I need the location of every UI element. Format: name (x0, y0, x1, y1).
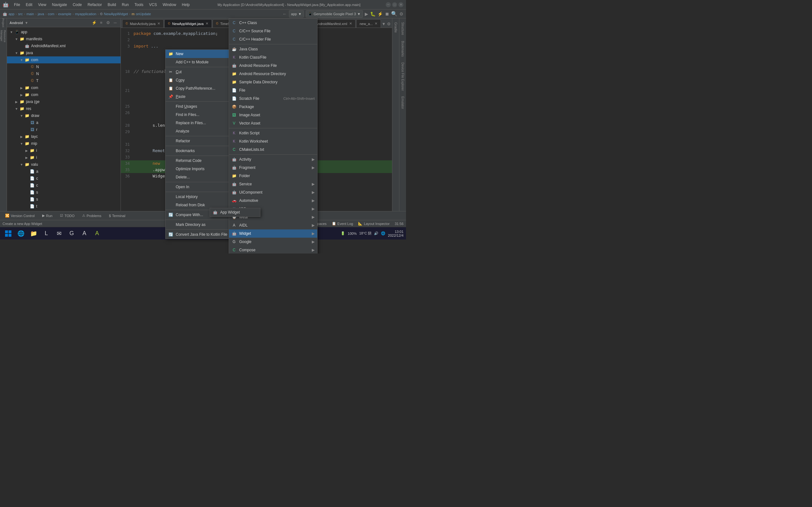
tree-item-valu-s1[interactable]: 📄 s (7, 189, 120, 196)
breadcrumb-myapplication[interactable]: myapplication (75, 12, 96, 16)
device-file-explorer-tab[interactable]: Device File Explorer (400, 60, 405, 93)
tree-item-i1[interactable]: ▶ 📁 i (7, 147, 120, 154)
tree-item-valu[interactable]: ▼ 📁 valu (7, 161, 120, 168)
sw-item-appwidget[interactable]: 🤖 App Widget (210, 208, 260, 216)
sm-item-file[interactable]: 📄 File (229, 86, 317, 95)
tree-item-i2[interactable]: ▶ 📁 i (7, 154, 120, 161)
sm-item-automotive[interactable]: 🚗 Automotive ▶ (229, 196, 317, 205)
debug-icon[interactable]: 🐛 (370, 11, 375, 16)
sync-btn[interactable]: ⚡ (91, 20, 97, 26)
tree-item-draw-r[interactable]: 🖼 r (7, 126, 120, 133)
device-dropdown[interactable]: 📱 Genymobile Google Pixel 3 ▼ (306, 10, 363, 18)
event-log[interactable]: 📋 Event Log (332, 222, 353, 226)
tree-item-timeservice[interactable]: © T (7, 77, 120, 84)
layout-inspector[interactable]: 📐 Layout Inspector (358, 222, 390, 226)
tree-item-valu-a[interactable]: 📄 a (7, 168, 120, 175)
tree-item-mipm[interactable]: ▼ 📁 mip (7, 140, 120, 147)
menu-navigate[interactable]: Navigate (49, 2, 69, 8)
sm-item-cpp-class[interactable]: C C++ Class (229, 19, 317, 27)
tab-androidmanifest-close[interactable]: ✕ (349, 21, 352, 26)
tree-item-valu-c1[interactable]: 📄 c (7, 175, 120, 182)
taskbar-mail[interactable]: ✉ (53, 228, 65, 239)
tree-item-com-2[interactable]: ▶ 📁 com (7, 84, 120, 91)
menu-edit[interactable]: Edit (23, 2, 35, 8)
tree-item-draw[interactable]: ▼ 📁 draw (7, 112, 120, 119)
sm-item-uicomponent[interactable]: 🤖 UiComponent ▶ (229, 188, 317, 196)
stop-icon[interactable]: ⏹ (385, 11, 389, 16)
tab-list-btn[interactable]: ▼ (382, 21, 386, 26)
sm-item-package[interactable]: 📦 Package (229, 103, 317, 111)
breadcrumb-java[interactable]: java (38, 12, 44, 16)
menu-refactor[interactable]: Refactor (85, 2, 104, 8)
bookmarks-tab[interactable]: Bookmarks (400, 38, 405, 59)
collapse-btn[interactable]: ≡ (98, 20, 104, 26)
breadcrumb-src[interactable]: src (18, 12, 23, 16)
taskbar-edge[interactable]: 🌐 (15, 228, 27, 239)
taskbar-explorer[interactable]: 📁 (28, 228, 39, 239)
tab-new-a-close[interactable]: ✕ (374, 21, 377, 26)
tab-mainactivity[interactable]: © MainActivity.java ✕ (122, 19, 164, 27)
breadcrumb-example[interactable]: example (58, 12, 71, 16)
tree-item-valu-t[interactable]: 📄 t (7, 203, 120, 210)
breadcrumb-com[interactable]: com (48, 12, 55, 16)
sm-item-sample-data-dir[interactable]: 📁 Sample Data Directory (229, 78, 317, 86)
maximize-button[interactable]: □ (392, 2, 397, 7)
taskbar-app-7[interactable]: A (91, 228, 103, 239)
breadcrumb-main[interactable]: main (26, 12, 34, 16)
structure-tab[interactable]: Structure (400, 20, 405, 38)
sm-item-kotlin-class[interactable]: K Kotlin Class/File (229, 53, 317, 61)
settings-icon[interactable]: ⚙ (399, 11, 403, 16)
todo-tab[interactable]: ☑ TODO (57, 212, 77, 220)
menu-code[interactable]: Code (70, 2, 84, 8)
tree-item-res[interactable]: ▼ 📁 res (7, 105, 120, 112)
taskbar-app-6[interactable]: A (79, 228, 90, 239)
resource-manager-tab[interactable]: Resource Manager (0, 33, 6, 39)
terminal-tab[interactable]: $ Terminal (106, 212, 128, 220)
tree-item-draw-a[interactable]: 🖼 a (7, 119, 120, 126)
sm-item-vector-asset[interactable]: V Vector Asset (229, 119, 317, 127)
sm-item-kotlin-worksheet[interactable]: K Kotlin Worksheet (229, 137, 317, 146)
menu-tools[interactable]: Tools (132, 2, 146, 8)
tree-item-mainactivity[interactable]: © N (7, 70, 120, 77)
sm-item-activity[interactable]: 🤖 Activity ▶ (229, 155, 317, 164)
tab-settings-btn[interactable]: ⚙ (387, 21, 391, 26)
taskbar-app-5[interactable]: G (66, 228, 78, 239)
search-icon[interactable]: 🔍 (391, 11, 397, 17)
run-icon[interactable]: ▶ (365, 11, 368, 16)
tree-item-valu-c2[interactable]: 📄 c (7, 182, 120, 189)
tree-item-newappwidget[interactable]: © N (7, 63, 120, 70)
tree-item-layc[interactable]: ▶ 📁 layc (7, 133, 120, 140)
emulator-tab[interactable]: Emulator (400, 94, 405, 112)
profile-icon[interactable]: ⚡ (377, 11, 383, 16)
sm-item-cpp-source[interactable]: C C/C++ Source File (229, 27, 317, 35)
tree-item-app[interactable]: ▼ 📱 app (7, 29, 120, 36)
minimize-panel-btn[interactable]: ─ (112, 20, 118, 26)
taskbar-app-3[interactable]: L (41, 228, 52, 239)
app-dropdown[interactable]: app ▼ (289, 10, 304, 18)
sm-item-cmake[interactable]: C CMakeLists.txt (229, 146, 317, 154)
sm-item-service[interactable]: 🤖 Service ▶ (229, 180, 317, 188)
project-tab[interactable]: Project (0, 20, 6, 26)
run-tab[interactable]: ▶ Run (40, 212, 55, 220)
menu-view[interactable]: View (36, 2, 49, 8)
sm-item-widget[interactable]: 🤖 Widget ▶ (229, 229, 317, 238)
menu-run[interactable]: Run (119, 2, 131, 8)
version-control-tab[interactable]: 🔀 Version Control (3, 212, 37, 220)
menu-vcs[interactable]: VCS (147, 2, 159, 8)
sm-item-cpp-header[interactable]: C C/C++ Header File (229, 35, 317, 43)
tree-item-xml-folder[interactable]: ▼ 📁 xml (7, 210, 120, 211)
tree-item-valu-s2[interactable]: 📄 s (7, 196, 120, 203)
menu-file[interactable]: File (11, 2, 22, 8)
breadcrumb-method[interactable]: onUpdate (136, 12, 151, 16)
problems-tab[interactable]: ⚠ Problems (80, 212, 104, 220)
minimize-button[interactable]: ─ (386, 2, 391, 7)
sm-item-android-resource-dir[interactable]: 📁 Android Resource Directory (229, 70, 317, 78)
close-button[interactable]: ✕ (398, 2, 403, 7)
sm-item-kotlin-script[interactable]: K Kotlin Script (229, 129, 317, 137)
gradle-tab[interactable]: Gradle (393, 20, 398, 35)
sm-item-google[interactable]: G Google ▶ (229, 238, 317, 246)
back-button[interactable]: ← (283, 11, 287, 16)
tree-item-java[interactable]: ▼ 📁 java (7, 49, 120, 56)
tab-newappwidget-close[interactable]: ✕ (206, 21, 208, 26)
sm-item-android-resource-file[interactable]: 🤖 Android Resource File (229, 61, 317, 70)
